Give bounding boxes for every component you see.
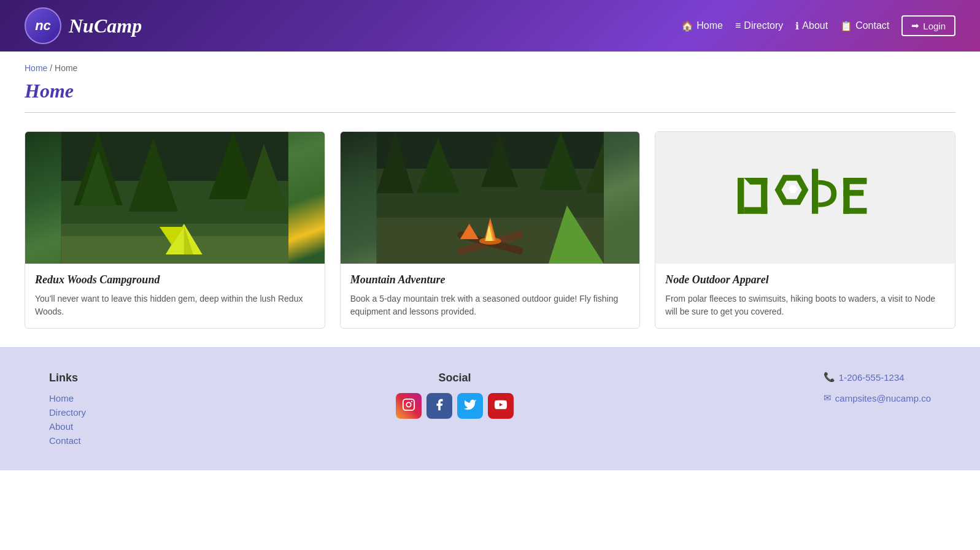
twitter-icon <box>463 398 477 414</box>
site-footer: Links Home Directory About Contact Socia… <box>0 347 980 470</box>
nav-contact[interactable]: 📋 Contact <box>840 20 889 32</box>
site-header: nc NuCamp 🏠 Home ≡ Directory ℹ About 📋 C… <box>0 0 980 52</box>
footer-contact-section: 📞 1-206-555-1234 ✉ campsites@nucamp.co <box>824 372 931 403</box>
svg-rect-34 <box>843 178 866 184</box>
breadcrumb: Home / Home <box>25 63 77 73</box>
breadcrumb-current: Home <box>55 63 77 73</box>
svg-point-40 <box>411 400 412 402</box>
forest-scene-svg <box>25 132 325 264</box>
svg-marker-37 <box>789 185 798 193</box>
card-title-mountain: Mountain Adventure <box>350 273 630 286</box>
svg-rect-30 <box>761 178 767 214</box>
card-title-redux-woods: Redux Woods Campground <box>35 273 315 286</box>
svg-point-39 <box>406 402 411 407</box>
node-logo-svg <box>738 161 873 235</box>
card-mountain-adventure: Mountain Adventure Book a 5-day mountain… <box>340 131 641 329</box>
breadcrumb-area: Home / Home <box>0 52 980 74</box>
nav-directory[interactable]: ≡ Directory <box>735 20 783 31</box>
facebook-icon <box>433 398 446 414</box>
login-icon: ➡ <box>911 20 919 31</box>
footer-links-title: Links <box>49 372 86 384</box>
youtube-icon <box>494 398 507 414</box>
logo-icon: nc <box>25 7 61 44</box>
home-icon: 🏠 <box>681 20 693 32</box>
card-body-redux-woods: Redux Woods Campground You'll never want… <box>25 264 325 328</box>
card-title-node: Node Outdoor Apparel <box>665 273 945 286</box>
social-icons-list <box>396 393 514 419</box>
main-nav: 🏠 Home ≡ Directory ℹ About 📋 Contact ➡ L… <box>681 15 955 36</box>
login-button[interactable]: ➡ Login <box>901 15 955 36</box>
card-text-mountain: Book a 5-day mountain trek with a season… <box>350 292 630 318</box>
footer-link-about[interactable]: About <box>49 421 86 432</box>
nav-home[interactable]: 🏠 Home <box>681 20 723 32</box>
card-text-redux-woods: You'll never want to leave this hidden g… <box>35 292 315 318</box>
instagram-link[interactable] <box>396 393 422 419</box>
nav-about[interactable]: ℹ About <box>795 20 828 32</box>
card-body-mountain: Mountain Adventure Book a 5-day mountain… <box>341 264 640 328</box>
breadcrumb-home-link[interactable]: Home <box>25 63 47 73</box>
youtube-link[interactable] <box>488 393 514 419</box>
svg-rect-32 <box>812 169 818 213</box>
page-title-area: Home <box>0 74 980 112</box>
facebook-link[interactable] <box>426 393 452 419</box>
footer-social-title: Social <box>396 372 514 384</box>
page-title: Home <box>25 80 955 102</box>
footer-phone-link[interactable]: 📞 1-206-555-1234 <box>824 372 905 383</box>
footer-link-contact[interactable]: Contact <box>49 435 86 446</box>
svg-rect-27 <box>738 178 744 214</box>
footer-links-section: Links Home Directory About Contact <box>49 372 86 446</box>
card-redux-woods: Redux Woods Campground You'll never want… <box>25 131 325 329</box>
footer-link-home[interactable]: Home <box>49 393 86 403</box>
cards-section: Redux Woods Campground You'll never want… <box>0 113 980 347</box>
card-text-node: From polar fleeces to swimsuits, hiking … <box>665 292 945 318</box>
footer-social-section: Social <box>396 372 514 419</box>
contact-icon: 📋 <box>840 20 852 32</box>
email-icon: ✉ <box>824 392 831 403</box>
footer-link-directory[interactable]: Directory <box>49 407 86 418</box>
info-icon: ℹ <box>795 20 799 32</box>
footer-links-list: Home Directory About Contact <box>49 393 86 446</box>
footer-email-link[interactable]: ✉ campsites@nucamp.co <box>824 392 931 403</box>
list-icon: ≡ <box>735 20 741 31</box>
instagram-icon <box>402 398 415 414</box>
svg-rect-36 <box>843 208 866 214</box>
app-name: NuCamp <box>69 15 142 37</box>
logo-area: nc NuCamp <box>25 7 142 44</box>
card-body-node: Node Outdoor Apparel From polar fleeces … <box>655 264 955 328</box>
svg-rect-35 <box>843 189 863 196</box>
campfire-scene-svg <box>341 132 640 264</box>
twitter-link[interactable] <box>457 393 483 419</box>
card-image-node <box>655 132 955 264</box>
phone-icon: 📞 <box>824 372 835 383</box>
card-image-mountain <box>341 132 640 264</box>
svg-rect-38 <box>403 399 414 410</box>
card-node-apparel: Node Outdoor Apparel From polar fleeces … <box>655 131 955 329</box>
card-image-redux-woods <box>25 132 325 264</box>
